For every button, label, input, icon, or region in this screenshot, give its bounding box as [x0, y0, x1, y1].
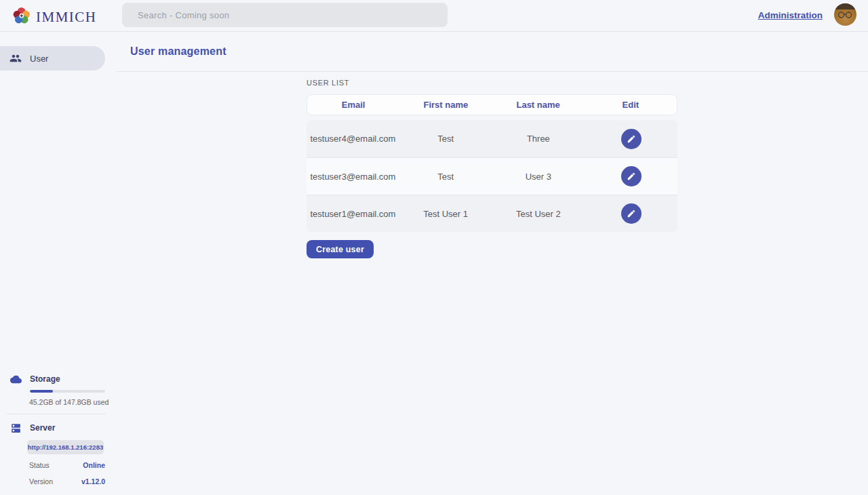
server-icon	[10, 422, 22, 434]
column-header-edit: Edit	[585, 100, 677, 110]
edit-user-button[interactable]	[621, 129, 642, 149]
cell-email: testuser1@email.com	[307, 209, 399, 219]
storage-progress-fill	[30, 390, 53, 393]
cell-email: testuser3@email.com	[307, 172, 399, 182]
cell-last-name: Test User 2	[492, 209, 585, 219]
storage-section-header: Storage	[0, 373, 116, 385]
glasses-icon	[837, 11, 853, 19]
column-header-first-name: First name	[399, 100, 492, 110]
sidebar: User Storage 45.2GB of 147.8GB used	[0, 32, 116, 495]
version-value: v1.12.0	[81, 477, 105, 486]
administration-link[interactable]: Administration	[758, 10, 823, 20]
pencil-icon	[627, 172, 636, 181]
server-version-row: Version v1.12.0	[29, 475, 105, 487]
page-header: User management	[116, 32, 868, 72]
brand-logo[interactable]: IMMICH	[12, 6, 97, 28]
column-header-email: Email	[307, 100, 399, 110]
status-value: Online	[83, 461, 105, 469]
section-label: USER LIST	[307, 79, 677, 87]
storage-progress-bar	[30, 390, 105, 393]
cloud-icon	[10, 374, 22, 385]
cell-first-name: Test User 1	[399, 209, 492, 219]
immich-admin-app: IMMICH Administration User	[0, 0, 868, 495]
pencil-icon	[627, 134, 636, 144]
status-label: Status	[29, 461, 50, 469]
user-list-section: USER LIST Email First name Last name Edi…	[116, 79, 677, 258]
sidebar-status-panel: Storage 45.2GB of 147.8GB used Server ht…	[0, 373, 116, 495]
user-table: Email First name Last name Edit testuser…	[307, 94, 677, 232]
sidebar-item-user[interactable]: User	[0, 46, 105, 71]
cell-last-name: User 3	[492, 172, 585, 182]
table-header-row: Email First name Last name Edit	[307, 94, 677, 115]
server-url-badge: http://192.168.1.216:2283	[27, 440, 104, 454]
table-row: testuser1@email.com Test User 1 Test Use…	[307, 195, 677, 232]
brand-wordmark: IMMICH	[36, 9, 97, 26]
pencil-icon	[627, 209, 636, 218]
search-bar	[122, 3, 448, 27]
sidebar-item-label: User	[30, 54, 48, 64]
edit-user-button[interactable]	[621, 166, 642, 186]
immich-flower-icon	[12, 6, 31, 28]
user-avatar[interactable]	[834, 3, 856, 26]
table-row: testuser4@email.com Test Three	[307, 120, 677, 157]
sidebar-divider	[7, 414, 106, 414]
server-section-header: Server	[0, 422, 116, 434]
search-input[interactable]	[122, 3, 448, 27]
edit-user-button[interactable]	[621, 203, 642, 224]
table-body: testuser4@email.com Test Three t	[307, 120, 677, 232]
version-label: Version	[29, 477, 53, 486]
cell-last-name: Three	[492, 134, 585, 144]
cell-first-name: Test	[399, 172, 492, 182]
page-title: User management	[130, 45, 226, 58]
column-header-last-name: Last name	[492, 100, 585, 110]
create-user-button[interactable]: Create user	[307, 240, 374, 258]
cell-first-name: Test	[399, 134, 492, 144]
storage-title: Storage	[30, 374, 60, 384]
cell-email: testuser4@email.com	[307, 134, 399, 144]
users-group-icon	[9, 52, 22, 64]
top-bar: IMMICH Administration	[0, 0, 868, 32]
storage-usage-text: 45.2GB of 147.8GB used	[29, 398, 116, 406]
table-row: testuser3@email.com Test User 3	[307, 157, 677, 195]
main-content: User management USER LIST Email First na…	[116, 32, 868, 495]
server-title: Server	[30, 423, 55, 433]
server-status-row: Status Online	[29, 459, 105, 471]
